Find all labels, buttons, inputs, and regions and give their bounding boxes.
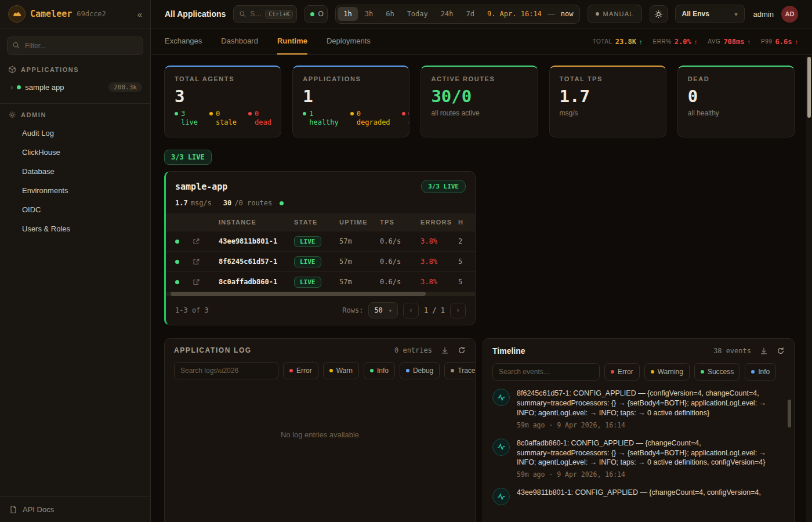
table-row[interactable]: 8c0affadb860-1 LIVE 57m 0.6/s 3.8% 5 (166, 271, 475, 292)
metric-value: 23.8K (615, 38, 636, 46)
open-instance-link[interactable] (193, 278, 219, 286)
timeline-scrollbar-thumb[interactable] (788, 400, 791, 427)
sidebar-item-users-roles[interactable]: Users & Roles (0, 219, 150, 238)
live-status-toggle[interactable]: O (304, 5, 328, 23)
instance-id: 8f6245c61d57-1 (219, 258, 294, 266)
tab-runtime[interactable]: Runtime (277, 28, 307, 55)
chip-label: Error (618, 368, 633, 376)
page-scrollbar-thumb[interactable] (807, 57, 811, 118)
col-tps: TPS (380, 219, 420, 226)
tab-exchanges[interactable]: Exchanges (165, 28, 202, 55)
sidebar-collapse-button[interactable]: « (137, 9, 142, 19)
table-row[interactable]: 8f6245c61d57-1 LIVE 57m 0.6/s 3.8% 5 (166, 251, 475, 271)
col-errors: ERRORS (420, 219, 458, 226)
refresh-button[interactable] (458, 346, 466, 354)
range-button-1h[interactable]: 1h (338, 7, 357, 21)
heap-cell: 2 (458, 237, 476, 245)
app-card-substats: 1.7 msg/s 30 /0 routes (166, 199, 475, 213)
prev-page-button[interactable]: ‹ (403, 303, 419, 318)
log-panel-title: APPLICATION LOG (174, 346, 252, 354)
range-button-3h[interactable]: 3h (359, 7, 379, 21)
sidebar-item-environments[interactable]: Environments (0, 181, 150, 200)
list-item[interactable]: 43ee9811b801-1: CONFIG_APPLIED — {change… (492, 488, 779, 505)
filter-chip-success[interactable]: Success (694, 363, 740, 380)
environment-select-value: All Envs (682, 10, 709, 18)
filter-chip-debug[interactable]: Debug (400, 362, 440, 379)
sidebar-item-sample-app[interactable]: › sample app 208.3k (0, 78, 150, 96)
table-row[interactable]: 43ee9811b801-1 LIVE 57m 0.6/s 3.8% 2 (166, 231, 475, 251)
online-dot-icon (310, 12, 314, 16)
card-subtitle: msg/s (560, 109, 656, 117)
log-search-input[interactable] (174, 362, 278, 379)
col-uptime: UPTIME (339, 219, 380, 226)
filter-chip-info[interactable]: Info (745, 363, 776, 380)
rows-per-page-select[interactable]: 50 ▾ (368, 302, 397, 318)
document-icon (9, 505, 17, 514)
api-docs-link[interactable]: API Docs (0, 496, 150, 522)
tps-cell: 0.6/s (380, 258, 420, 266)
list-item[interactable]: 8f6245c61d57-1: CONFIG_APPLIED — {config… (492, 389, 779, 429)
chip-label: Info (758, 368, 770, 376)
app-logo-suffix: 69dcce2 (77, 10, 106, 18)
sidebar-item-clickhouse[interactable]: ClickHouse (0, 143, 150, 162)
download-button[interactable] (441, 346, 449, 354)
range-button-7d[interactable]: 7d (460, 7, 480, 21)
theme-toggle-button[interactable] (650, 5, 668, 23)
breakdown-value: 0 (408, 110, 410, 118)
horizontal-scrollbar-thumb[interactable] (171, 292, 426, 296)
timeline-search-input[interactable] (492, 363, 600, 380)
tab-deployments[interactable]: Deployments (327, 28, 371, 55)
chip-label: Success (708, 368, 734, 376)
sidebar-item-database[interactable]: Database (0, 162, 150, 181)
range-end-now[interactable]: now (559, 10, 576, 18)
filter-chip-info[interactable]: Info (364, 362, 395, 379)
search-icon (12, 41, 21, 50)
username-label: admin (753, 10, 774, 19)
yellow-dot-icon (209, 112, 213, 115)
metric-label: AVG (708, 38, 720, 45)
sidebar-item-audit-log[interactable]: Audit Log (0, 124, 150, 143)
download-icon (441, 346, 449, 354)
manual-label: MANUAL (603, 10, 634, 17)
refresh-icon (458, 346, 466, 354)
stat-card-active-routes: ACTIVE ROUTES 30/0 all routes active (420, 66, 538, 137)
tab-dashboard[interactable]: Dashboard (221, 28, 258, 55)
range-button-24h[interactable]: 24h (435, 7, 459, 21)
global-search-button[interactable]: S… Ctrl+K (233, 5, 297, 23)
rows-per-page-label: Rows: (342, 306, 363, 314)
avatar[interactable]: AD (781, 6, 798, 23)
sidebar-filter-input[interactable] (7, 37, 143, 55)
environment-select[interactable]: All Envs ▾ (675, 5, 745, 23)
blue-dot-icon (751, 370, 755, 374)
filter-chip-warn[interactable]: Warn (323, 362, 359, 379)
metric-label: ERR% (652, 38, 671, 45)
range-button-today[interactable]: Today (401, 7, 434, 21)
manual-refresh-button[interactable]: MANUAL (588, 5, 642, 23)
sidebar-item-oidc[interactable]: OIDC (0, 200, 150, 219)
range-start-datetime[interactable]: 9. Apr. 16:14 (481, 10, 544, 18)
routes-status-dot-icon (280, 201, 284, 205)
activity-icon (492, 389, 510, 406)
sun-icon (654, 10, 663, 19)
metric-p99: P99 6.6s ↑ (761, 38, 798, 46)
cube-icon (8, 66, 16, 74)
filter-chip-error[interactable]: Error (283, 362, 318, 379)
filter-chip-trace[interactable]: Trace (444, 362, 476, 379)
range-button-6h[interactable]: 6h (380, 7, 400, 21)
filter-chip-warning[interactable]: Warning (644, 363, 690, 380)
application-card-sample-app: sample-app 3/3 LIVE 1.7 msg/s 30 /0 rout… (164, 171, 476, 325)
filter-chip-error[interactable]: Error (604, 363, 640, 380)
breakdown-label: stale (216, 118, 237, 127)
log-panel-header: APPLICATION LOG 0 entries (165, 339, 475, 361)
app-tps-unit: msg/s (191, 199, 212, 207)
refresh-button[interactable] (777, 347, 785, 355)
open-instance-link[interactable] (193, 238, 219, 245)
live-summary-badge: 3/3 LIVE (164, 150, 212, 165)
list-item[interactable]: 8c0affadb860-1: CONFIG_APPLIED — {change… (492, 438, 779, 479)
download-button[interactable] (760, 347, 768, 355)
open-instance-link[interactable] (193, 258, 219, 266)
yellow-dot-icon (651, 370, 654, 374)
green-dot-icon (175, 112, 178, 115)
log-entries-count: 0 entries (394, 346, 432, 354)
next-page-button[interactable]: › (450, 303, 466, 318)
